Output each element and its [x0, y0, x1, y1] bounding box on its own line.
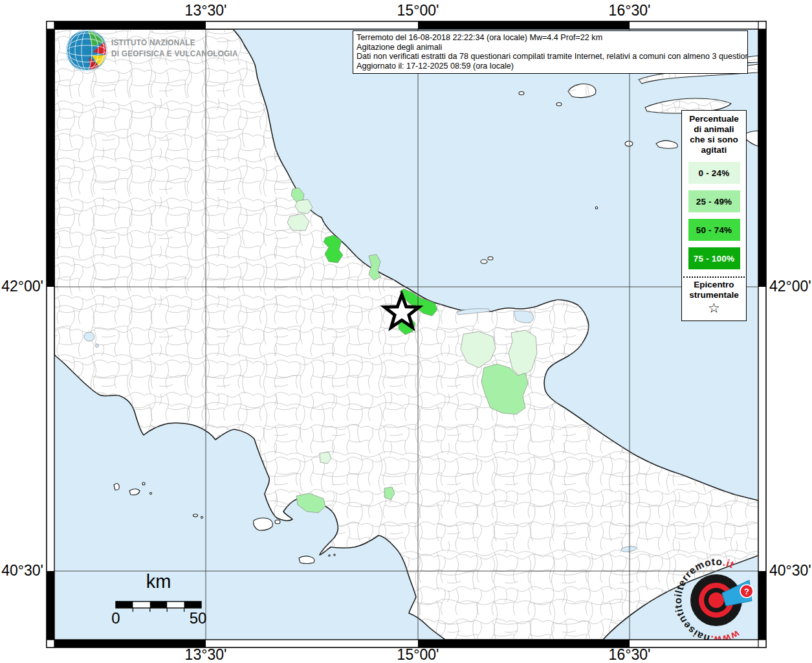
grid-label-right-4030: 40°30': [769, 563, 812, 578]
grid-label-bottom-1630: 16°30': [591, 647, 668, 662]
legend-title-line: di animali: [682, 124, 746, 135]
ingv-name-line1: ISTITUTO NAZIONALE: [111, 37, 238, 48]
legend-title-line: agitati: [682, 145, 746, 155]
legend-swatch-label: 75 - 100%: [694, 254, 734, 264]
legend-swatch-label: 50 - 74%: [696, 225, 732, 235]
legend-swatch-label: 25 - 49%: [696, 197, 732, 207]
legend-swatch-50-74: 50 - 74%: [688, 219, 740, 241]
scalebar-start: 0: [108, 609, 124, 627]
grid-label-top-1500: 15°00': [379, 3, 457, 18]
data-disclaimer: Dati non verificati estratti da 78 quest…: [357, 52, 744, 62]
ingv-logo-text: ISTITUTO NAZIONALE DI GEOFISICA E VULCAN…: [111, 37, 238, 59]
event-info-box: Terremoto del 16-08-2018 22:22:34 (ora l…: [353, 30, 748, 74]
grid-label-bottom-1330: 13°30': [167, 647, 245, 662]
update-timestamp: Aggiornato il: 17-12-2025 08:59 (ora loc…: [357, 62, 744, 71]
legend-epicenter-label: Epicentro strumentale: [682, 280, 746, 300]
legend-epicenter-line: strumentale: [682, 290, 746, 300]
grid-label-top-1330: 13°30': [167, 3, 245, 18]
grid-label-bottom-1500: 15°00': [379, 647, 457, 662]
scalebar-unit: km: [138, 571, 179, 592]
grid-label-right-4200: 42°00': [769, 278, 812, 294]
legend-title-line: che si sono: [682, 135, 746, 145]
question-badge-glyph: ?: [744, 587, 749, 596]
legend-swatch-75-100: 75 - 100%: [688, 247, 740, 269]
grid-label-left-4200: 42°00': [1, 278, 43, 294]
legend-title-line: Percentuale: [682, 114, 746, 124]
grid-label-left-4030: 40°30': [1, 563, 43, 578]
legend-swatch-label: 0 - 24%: [699, 168, 730, 178]
map-subject: Agitazione degli animali: [357, 43, 744, 52]
legend-epicenter-line: Epicentro: [682, 280, 746, 290]
ingv-globe-icon: [66, 30, 107, 71]
legend-swatch-25-49: 25 - 49%: [688, 190, 740, 212]
event-title: Terremoto del 16-08-2018 22:22:34 (ora l…: [357, 33, 744, 43]
legend-star-icon: ☆: [682, 301, 746, 315]
ingv-name-line2: DI GEOFISICA E VULCANOLOGIA: [111, 48, 238, 59]
map-svg: ? www.haisentitoilterremoto.it: [0, 0, 812, 663]
legend-swatch-0-24: 0 - 24%: [688, 162, 740, 184]
legend-divider: [683, 276, 745, 278]
hsit-map-page: ? www.haisentitoilterremoto.it 13°30' 15: [0, 0, 812, 663]
scalebar-end: 50: [188, 609, 208, 627]
legend: Percentuale di animali che si sono agita…: [681, 110, 747, 321]
legend-title: Percentuale di animali che si sono agita…: [682, 114, 746, 155]
grid-label-top-1630: 16°30': [591, 3, 668, 18]
